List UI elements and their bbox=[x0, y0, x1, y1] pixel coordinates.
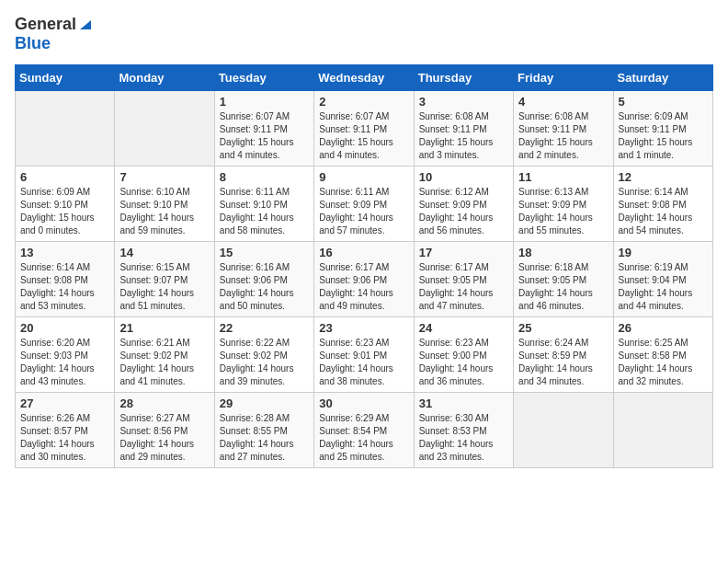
calendar-cell: 4Sunrise: 6:08 AM Sunset: 9:11 PM Daylig… bbox=[514, 91, 613, 167]
day-info: Sunrise: 6:27 AM Sunset: 8:56 PM Dayligh… bbox=[119, 412, 209, 464]
day-number: 27 bbox=[20, 396, 109, 410]
calendar-cell: 19Sunrise: 6:19 AM Sunset: 9:04 PM Dayli… bbox=[613, 242, 712, 317]
day-number: 20 bbox=[20, 321, 109, 335]
calendar-cell: 14Sunrise: 6:15 AM Sunset: 9:07 PM Dayli… bbox=[115, 242, 214, 317]
logo-blue-text: Blue bbox=[15, 34, 51, 53]
calendar-cell: 18Sunrise: 6:18 AM Sunset: 9:05 PM Dayli… bbox=[514, 242, 613, 317]
day-number: 30 bbox=[319, 396, 408, 410]
logo-general-text: General bbox=[15, 15, 76, 34]
day-number: 4 bbox=[518, 95, 608, 109]
calendar-cell: 25Sunrise: 6:24 AM Sunset: 8:59 PM Dayli… bbox=[514, 317, 613, 393]
calendar-table: SundayMondayTuesdayWednesdayThursdayFrid… bbox=[15, 64, 713, 468]
calendar-cell: 13Sunrise: 6:14 AM Sunset: 9:08 PM Dayli… bbox=[16, 242, 115, 317]
day-info: Sunrise: 6:22 AM Sunset: 9:02 PM Dayligh… bbox=[220, 337, 309, 388]
calendar-cell: 16Sunrise: 6:17 AM Sunset: 9:06 PM Dayli… bbox=[314, 242, 414, 317]
calendar-cell: 5Sunrise: 6:09 AM Sunset: 9:11 PM Daylig… bbox=[613, 91, 712, 167]
day-number: 13 bbox=[20, 246, 109, 259]
calendar-cell: 30Sunrise: 6:29 AM Sunset: 8:54 PM Dayli… bbox=[314, 393, 414, 468]
calendar-cell: 9Sunrise: 6:11 AM Sunset: 9:09 PM Daylig… bbox=[314, 167, 414, 242]
calendar-cell: 12Sunrise: 6:14 AM Sunset: 9:08 PM Dayli… bbox=[613, 167, 712, 242]
calendar-cell: 26Sunrise: 6:25 AM Sunset: 8:58 PM Dayli… bbox=[613, 317, 712, 393]
calendar-week-row: 1Sunrise: 6:07 AM Sunset: 9:11 PM Daylig… bbox=[16, 91, 713, 167]
day-info: Sunrise: 6:23 AM Sunset: 9:00 PM Dayligh… bbox=[419, 337, 508, 388]
calendar-cell: 23Sunrise: 6:23 AM Sunset: 9:01 PM Dayli… bbox=[314, 317, 414, 393]
day-info: Sunrise: 6:09 AM Sunset: 9:11 PM Dayligh… bbox=[619, 110, 708, 162]
day-number: 8 bbox=[220, 170, 309, 184]
weekday-header: Friday bbox=[514, 65, 613, 91]
day-info: Sunrise: 6:25 AM Sunset: 8:58 PM Dayligh… bbox=[619, 337, 708, 388]
day-info: Sunrise: 6:17 AM Sunset: 9:05 PM Dayligh… bbox=[419, 261, 508, 313]
calendar-cell bbox=[16, 91, 115, 167]
day-info: Sunrise: 6:18 AM Sunset: 9:05 PM Dayligh… bbox=[518, 261, 608, 313]
day-info: Sunrise: 6:29 AM Sunset: 8:54 PM Dayligh… bbox=[319, 412, 408, 464]
day-number: 31 bbox=[419, 396, 508, 410]
logo-triangle-icon bbox=[78, 17, 91, 29]
calendar-week-row: 6Sunrise: 6:09 AM Sunset: 9:10 PM Daylig… bbox=[16, 167, 713, 242]
day-number: 25 bbox=[518, 321, 608, 335]
day-number: 3 bbox=[419, 95, 508, 109]
day-info: Sunrise: 6:11 AM Sunset: 9:10 PM Dayligh… bbox=[220, 186, 309, 237]
day-number: 1 bbox=[220, 95, 309, 109]
day-number: 29 bbox=[220, 396, 309, 410]
day-number: 22 bbox=[220, 321, 309, 335]
day-number: 24 bbox=[419, 321, 508, 335]
day-info: Sunrise: 6:15 AM Sunset: 9:07 PM Dayligh… bbox=[119, 261, 209, 313]
calendar-cell: 27Sunrise: 6:26 AM Sunset: 8:57 PM Dayli… bbox=[16, 393, 115, 468]
calendar-cell: 29Sunrise: 6:28 AM Sunset: 8:55 PM Dayli… bbox=[214, 393, 313, 468]
day-info: Sunrise: 6:07 AM Sunset: 9:11 PM Dayligh… bbox=[319, 110, 408, 162]
day-number: 21 bbox=[119, 321, 209, 335]
day-info: Sunrise: 6:12 AM Sunset: 9:09 PM Dayligh… bbox=[419, 186, 508, 237]
day-info: Sunrise: 6:09 AM Sunset: 9:10 PM Dayligh… bbox=[20, 186, 109, 237]
calendar-cell: 10Sunrise: 6:12 AM Sunset: 9:09 PM Dayli… bbox=[414, 167, 513, 242]
calendar-cell: 6Sunrise: 6:09 AM Sunset: 9:10 PM Daylig… bbox=[16, 167, 115, 242]
calendar-header: SundayMondayTuesdayWednesdayThursdayFrid… bbox=[16, 65, 713, 91]
calendar-cell: 22Sunrise: 6:22 AM Sunset: 9:02 PM Dayli… bbox=[214, 317, 313, 393]
calendar-cell bbox=[115, 91, 214, 167]
day-number: 14 bbox=[119, 246, 209, 259]
day-info: Sunrise: 6:11 AM Sunset: 9:09 PM Dayligh… bbox=[319, 186, 408, 237]
weekday-header: Tuesday bbox=[214, 65, 313, 91]
day-number: 19 bbox=[619, 246, 708, 259]
day-number: 9 bbox=[319, 170, 408, 184]
day-number: 16 bbox=[319, 246, 408, 259]
weekday-header: Saturday bbox=[613, 65, 712, 91]
day-info: Sunrise: 6:26 AM Sunset: 8:57 PM Dayligh… bbox=[20, 412, 109, 464]
day-info: Sunrise: 6:20 AM Sunset: 9:03 PM Dayligh… bbox=[20, 337, 109, 388]
day-number: 12 bbox=[619, 170, 708, 184]
day-info: Sunrise: 6:17 AM Sunset: 9:06 PM Dayligh… bbox=[319, 261, 408, 313]
day-info: Sunrise: 6:30 AM Sunset: 8:53 PM Dayligh… bbox=[419, 412, 508, 464]
calendar-cell: 15Sunrise: 6:16 AM Sunset: 9:06 PM Dayli… bbox=[214, 242, 313, 317]
day-number: 10 bbox=[419, 170, 508, 184]
calendar-cell: 3Sunrise: 6:08 AM Sunset: 9:11 PM Daylig… bbox=[414, 91, 513, 167]
day-info: Sunrise: 6:08 AM Sunset: 9:11 PM Dayligh… bbox=[419, 110, 508, 162]
calendar-cell: 28Sunrise: 6:27 AM Sunset: 8:56 PM Dayli… bbox=[115, 393, 214, 468]
day-info: Sunrise: 6:19 AM Sunset: 9:04 PM Dayligh… bbox=[619, 261, 708, 313]
day-number: 26 bbox=[619, 321, 708, 335]
calendar-cell: 11Sunrise: 6:13 AM Sunset: 9:09 PM Dayli… bbox=[514, 167, 613, 242]
calendar-cell: 21Sunrise: 6:21 AM Sunset: 9:02 PM Dayli… bbox=[115, 317, 214, 393]
calendar-cell: 7Sunrise: 6:10 AM Sunset: 9:10 PM Daylig… bbox=[115, 167, 214, 242]
calendar-cell: 2Sunrise: 6:07 AM Sunset: 9:11 PM Daylig… bbox=[314, 91, 414, 167]
calendar-week-row: 13Sunrise: 6:14 AM Sunset: 9:08 PM Dayli… bbox=[16, 242, 713, 317]
calendar-week-row: 27Sunrise: 6:26 AM Sunset: 8:57 PM Dayli… bbox=[16, 393, 713, 468]
calendar-cell: 17Sunrise: 6:17 AM Sunset: 9:05 PM Dayli… bbox=[414, 242, 513, 317]
day-number: 11 bbox=[518, 170, 608, 184]
logo: General Blue bbox=[15, 15, 91, 53]
calendar-cell: 24Sunrise: 6:23 AM Sunset: 9:00 PM Dayli… bbox=[414, 317, 513, 393]
calendar-cell: 20Sunrise: 6:20 AM Sunset: 9:03 PM Dayli… bbox=[16, 317, 115, 393]
day-number: 17 bbox=[419, 246, 508, 259]
weekday-header: Wednesday bbox=[314, 65, 414, 91]
svg-marker-0 bbox=[80, 20, 91, 29]
day-info: Sunrise: 6:14 AM Sunset: 9:08 PM Dayligh… bbox=[20, 261, 109, 313]
day-info: Sunrise: 6:07 AM Sunset: 9:11 PM Dayligh… bbox=[220, 110, 309, 162]
weekday-header: Thursday bbox=[414, 65, 513, 91]
day-number: 15 bbox=[220, 246, 309, 259]
calendar-cell: 31Sunrise: 6:30 AM Sunset: 8:53 PM Dayli… bbox=[414, 393, 513, 468]
day-info: Sunrise: 6:23 AM Sunset: 9:01 PM Dayligh… bbox=[319, 337, 408, 388]
calendar-cell: 1Sunrise: 6:07 AM Sunset: 9:11 PM Daylig… bbox=[214, 91, 313, 167]
calendar-cell bbox=[613, 393, 712, 468]
day-number: 23 bbox=[319, 321, 408, 335]
day-info: Sunrise: 6:16 AM Sunset: 9:06 PM Dayligh… bbox=[220, 261, 309, 313]
calendar-cell bbox=[514, 393, 613, 468]
day-number: 5 bbox=[619, 95, 708, 109]
